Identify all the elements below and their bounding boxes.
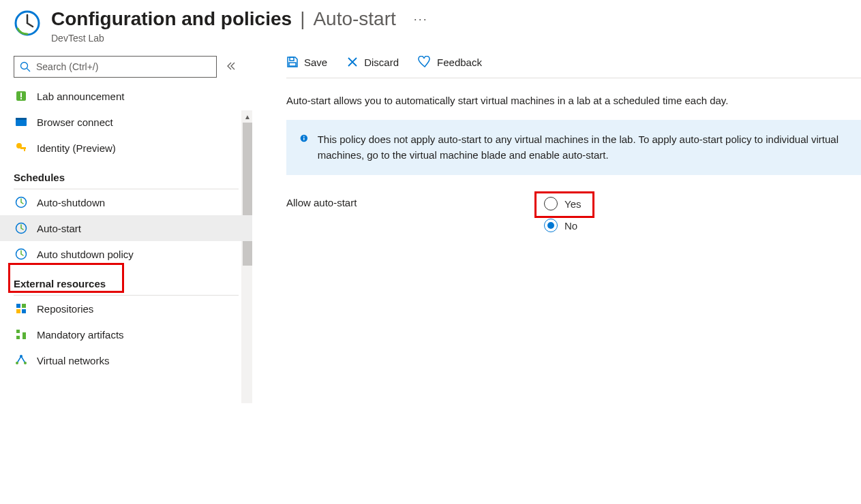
browser-icon bbox=[15, 116, 27, 128]
svg-point-22 bbox=[24, 362, 27, 364]
svg-rect-4 bbox=[20, 93, 22, 97]
sidebar-item-auto-start[interactable]: Auto-start bbox=[0, 215, 252, 241]
sidebar-item-mandatory-artifacts[interactable]: Mandatory artifacts bbox=[0, 321, 252, 347]
key-icon bbox=[15, 142, 27, 154]
sidebar-item-label: Repositories bbox=[37, 303, 93, 315]
radio-label-yes: Yes bbox=[564, 198, 581, 210]
page-subtitle: DevTest Lab bbox=[51, 33, 861, 44]
info-banner: This policy does not apply auto-start to… bbox=[286, 120, 861, 175]
search-box[interactable] bbox=[14, 56, 217, 78]
repository-icon bbox=[15, 302, 27, 315]
svg-rect-10 bbox=[24, 149, 25, 151]
svg-point-28 bbox=[303, 136, 305, 138]
sidebar-item-label: Browser connect bbox=[37, 116, 113, 128]
radio-option-no[interactable]: No bbox=[539, 215, 586, 236]
svg-rect-9 bbox=[20, 147, 26, 149]
sidebar-item-label: Auto-start bbox=[37, 223, 81, 234]
discard-button[interactable]: Discard bbox=[346, 56, 399, 68]
svg-rect-16 bbox=[16, 309, 20, 313]
discard-label: Discard bbox=[364, 57, 399, 68]
sidebar-item-auto-shutdown-policy[interactable]: Auto shutdown policy bbox=[0, 241, 252, 267]
svg-rect-25 bbox=[289, 63, 296, 66]
svg-point-23 bbox=[20, 355, 22, 358]
svg-rect-18 bbox=[16, 330, 20, 333]
feedback-label: Feedback bbox=[437, 57, 482, 68]
svg-rect-24 bbox=[290, 57, 294, 61]
page-header: Configuration and policies | Auto-start … bbox=[0, 0, 861, 44]
heart-icon bbox=[418, 56, 432, 68]
sidebar-item-repositories[interactable]: Repositories bbox=[0, 296, 252, 321]
section-header-schedules: Schedules bbox=[14, 161, 239, 189]
sidebar: ▲ Lab announcement Browser connect bbox=[0, 56, 252, 499]
sidebar-item-auto-shutdown[interactable]: Auto-shutdown bbox=[0, 189, 252, 215]
description-text: Auto-start allows you to automatically s… bbox=[286, 78, 861, 120]
info-icon bbox=[300, 132, 308, 144]
page-title-sub: Auto-start bbox=[313, 8, 395, 30]
svg-rect-17 bbox=[22, 309, 26, 313]
sidebar-scrollbar[interactable]: ▲ bbox=[241, 110, 252, 403]
section-header-external: External resources bbox=[14, 267, 239, 296]
close-icon bbox=[346, 56, 359, 68]
resource-icon bbox=[14, 8, 41, 39]
save-icon bbox=[286, 56, 299, 68]
collapse-sidebar-button[interactable] bbox=[224, 59, 239, 76]
sidebar-item-label: Mandatory artifacts bbox=[37, 329, 124, 341]
artifact-icon bbox=[15, 328, 27, 341]
sidebar-item-label: Virtual networks bbox=[37, 355, 109, 366]
svg-line-2 bbox=[27, 69, 31, 72]
svg-rect-14 bbox=[16, 304, 20, 308]
allow-auto-start-label: Allow auto-start bbox=[286, 193, 539, 208]
main-content: Save Discard Feedback Auto-start allows … bbox=[252, 56, 861, 499]
svg-rect-15 bbox=[22, 304, 26, 308]
feedback-button[interactable]: Feedback bbox=[418, 56, 482, 68]
svg-rect-19 bbox=[16, 336, 20, 339]
radio-label-no: No bbox=[564, 220, 577, 232]
allow-auto-start-radio-group: Yes No bbox=[539, 193, 586, 236]
sidebar-item-label: Identity (Preview) bbox=[37, 142, 116, 154]
sidebar-item-browser-connect[interactable]: Browser connect bbox=[0, 109, 252, 135]
sidebar-item-lab-announcement[interactable]: Lab announcement bbox=[0, 83, 252, 109]
search-icon bbox=[20, 61, 31, 72]
clock-icon bbox=[15, 196, 27, 208]
network-icon bbox=[15, 354, 27, 366]
radio-option-yes[interactable]: Yes bbox=[539, 193, 586, 215]
sidebar-item-label: Auto shutdown policy bbox=[37, 249, 134, 260]
sidebar-item-label: Lab announcement bbox=[37, 91, 124, 102]
clock-icon bbox=[15, 222, 27, 234]
svg-rect-20 bbox=[22, 332, 26, 339]
svg-point-21 bbox=[16, 362, 18, 364]
page-title-main: Configuration and policies bbox=[51, 8, 292, 30]
save-button[interactable]: Save bbox=[286, 56, 327, 68]
sidebar-item-identity[interactable]: Identity (Preview) bbox=[0, 135, 252, 161]
svg-rect-7 bbox=[16, 118, 27, 120]
search-input[interactable] bbox=[36, 61, 211, 72]
announcement-icon bbox=[15, 90, 27, 102]
svg-rect-27 bbox=[303, 138, 304, 140]
command-bar: Save Discard Feedback bbox=[286, 56, 861, 78]
save-label: Save bbox=[304, 57, 327, 68]
svg-point-1 bbox=[21, 63, 28, 69]
sidebar-item-label: Auto-shutdown bbox=[37, 197, 105, 208]
clock-icon bbox=[15, 248, 27, 260]
more-actions-button[interactable]: ··· bbox=[402, 12, 440, 27]
sidebar-item-virtual-networks[interactable]: Virtual networks bbox=[0, 347, 252, 373]
svg-rect-5 bbox=[20, 98, 22, 99]
info-text: This policy does not apply auto-start to… bbox=[318, 132, 847, 163]
title-separator: | bbox=[300, 8, 305, 30]
